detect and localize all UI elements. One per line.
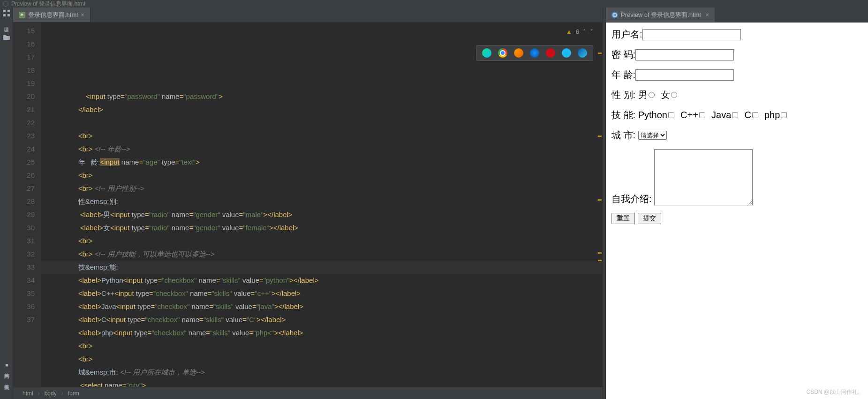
editor-tab-active[interactable]: H 登录信息界面.html × (13, 8, 91, 22)
skill-label: C (744, 110, 751, 120)
svg-rect-3 (8, 14, 10, 16)
age-field[interactable] (635, 69, 734, 81)
code-line[interactable]: <br> (41, 353, 603, 366)
svg-rect-1 (8, 10, 10, 12)
line-number: 26 (15, 169, 35, 182)
line-number: 30 (15, 221, 35, 234)
code-line[interactable]: <br> (41, 169, 603, 182)
edge-icon[interactable] (578, 48, 587, 58)
left-tool-strip: 项目 (0, 0, 13, 399)
line-number: 18 (15, 64, 35, 77)
code-line[interactable]: <br> <!-- 年龄--> (41, 143, 603, 156)
code-line[interactable]: <label>Python<input type="checkbox" name… (41, 274, 603, 287)
line-number: 31 (15, 234, 35, 248)
password-field[interactable] (635, 49, 734, 60)
inspection-widget: ▲ 6 ˄ ˅ (566, 25, 593, 38)
city-select[interactable]: 请选择 (638, 131, 667, 140)
chevron-right-icon: › (61, 390, 63, 397)
browser-preview-bar (476, 45, 593, 61)
warning-count: 6 (576, 25, 579, 38)
chrome-icon[interactable] (498, 48, 507, 58)
line-gutter: 1516171819202122232425262728293031323334… (13, 23, 41, 399)
crumb-form[interactable]: form (68, 390, 79, 397)
line-number: 25 (15, 156, 35, 169)
code-line[interactable]: 城&emsp;市: <!-- 用户所在城市，单选--> (41, 366, 603, 379)
tool-structure[interactable]: ■ 结构 (3, 362, 10, 369)
project-grid-icon[interactable] (3, 9, 10, 17)
firefox-icon[interactable] (514, 48, 523, 58)
main-editor-area: H 登录信息界面.html × 151617181920212223242526… (13, 8, 603, 399)
warning-icon[interactable]: ▲ (566, 25, 572, 38)
line-number: 15 (15, 24, 35, 38)
crumb-body[interactable]: body (45, 390, 57, 397)
chevron-down-icon[interactable]: ˅ (590, 25, 593, 38)
label-gender: 性 别: (611, 89, 635, 101)
skill-checkbox[interactable] (732, 112, 738, 118)
preview-tab-active[interactable]: Preview of 登录信息界面.html × (606, 8, 715, 22)
code-content[interactable]: ▲ 6 ˄ ˅ < (41, 23, 603, 399)
code-line[interactable]: <label>Java<input type="checkbox" name="… (41, 300, 603, 313)
code-line[interactable]: <label>php<input type="checkbox" name="s… (41, 326, 603, 339)
svg-rect-0 (3, 10, 6, 12)
skill-checkbox[interactable] (668, 112, 674, 118)
code-line[interactable]: </label> (41, 103, 603, 116)
line-number: 28 (15, 195, 35, 208)
chevron-right-icon: › (38, 390, 40, 397)
close-icon[interactable]: × (705, 11, 709, 18)
watermark: CSDN @以山河作礼。 (806, 388, 863, 396)
submit-button[interactable]: 提交 (638, 213, 661, 224)
preview-content[interactable]: 用户名: 密 码: 年 龄: 性 别: 男 女 技 能: Python C++ … (606, 23, 868, 399)
label-intro: 自我介绍: (611, 193, 652, 205)
username-field[interactable] (642, 29, 741, 40)
code-line[interactable]: <input type="password" name="password"> (41, 90, 603, 103)
gender-female-radio[interactable] (671, 92, 677, 98)
window-title: Preview of 登录信息界面.html (11, 0, 85, 8)
code-line[interactable] (41, 116, 603, 129)
error-stripe[interactable] (597, 23, 603, 399)
skill-checkbox[interactable] (752, 112, 758, 118)
code-line[interactable]: <br> (41, 129, 603, 143)
line-number: 24 (15, 143, 35, 156)
intro-textarea[interactable] (654, 149, 753, 205)
code-line[interactable]: <br> (41, 234, 603, 248)
safari-icon[interactable] (530, 48, 539, 58)
window-titlebar: Preview of 登录信息界面.html (0, 0, 868, 8)
label-skills: 技 能: (611, 109, 635, 121)
pycharm-icon[interactable] (482, 48, 491, 58)
globe-icon (611, 12, 618, 18)
skill-label: C++ (680, 110, 698, 120)
svg-rect-2 (3, 14, 6, 16)
gender-female-label: 女 (661, 89, 670, 101)
left-tool-strip-lower: ■ 结构 ★ 收藏夹 (0, 362, 13, 380)
tool-favorites[interactable]: ★ 收藏夹 (3, 373, 10, 380)
code-line[interactable]: <br> <!-- 用户性别--> (41, 182, 603, 195)
line-number: 16 (15, 38, 35, 51)
opera-icon[interactable] (546, 48, 555, 58)
line-number: 32 (15, 248, 35, 261)
code-line[interactable]: <br> <!-- 用户技能，可以单选也可以多选--> (41, 248, 603, 261)
code-line[interactable]: <label>女<input type="radio" name="gender… (41, 221, 603, 234)
code-line[interactable]: 年 龄:<input name="age" type="text"> (41, 156, 603, 169)
code-line[interactable]: <br> (41, 339, 603, 353)
code-line[interactable]: 技&emsp;能: (41, 261, 603, 274)
close-icon[interactable]: × (81, 11, 84, 18)
reset-button[interactable]: 重置 (611, 213, 635, 224)
chevron-up-icon[interactable]: ˄ (583, 25, 586, 38)
label-username: 用户名: (611, 28, 642, 41)
skill-checkbox[interactable] (781, 112, 787, 118)
preview-pane: Preview of 登录信息界面.html × 用户名: 密 码: 年 龄: … (605, 8, 868, 399)
label-city: 城 市: (611, 129, 635, 142)
skill-label: Java (711, 110, 731, 120)
code-line[interactable]: 性&emsp;别: (41, 195, 603, 208)
code-line[interactable]: <label>男<input type="radio" name="gender… (41, 208, 603, 221)
folder-icon[interactable] (3, 34, 10, 41)
gender-male-radio[interactable] (649, 92, 655, 98)
ie-icon[interactable] (562, 48, 571, 58)
code-line[interactable]: <label>C++<input type="checkbox" name="s… (41, 287, 603, 300)
code-line[interactable]: <label>C<input type="checkbox" name="ski… (41, 313, 603, 326)
crumb-html[interactable]: html (23, 390, 33, 397)
skill-checkbox[interactable] (699, 112, 705, 118)
code-editor[interactable]: 1516171819202122232425262728293031323334… (13, 23, 603, 399)
line-number: 35 (15, 287, 35, 300)
tool-project[interactable]: 项目 (3, 22, 10, 25)
